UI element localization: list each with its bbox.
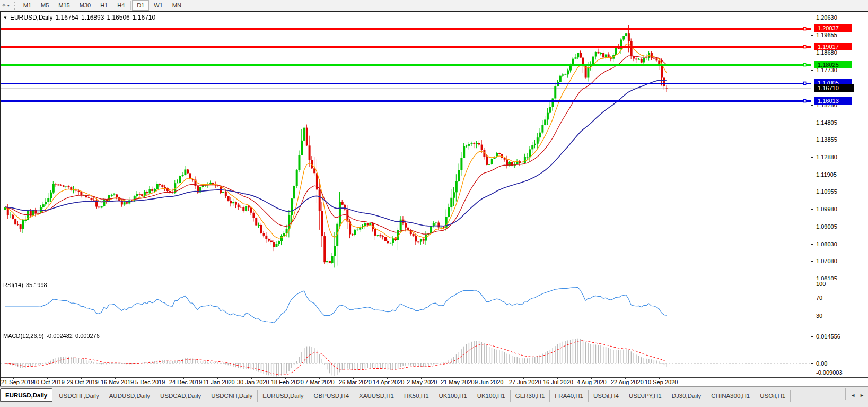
chart-tab-audusd-daily[interactable]: AUDUSD,Daily [104, 390, 155, 402]
cursor-tool-button[interactable]: ⌖ ▾ [0, 0, 12, 11]
price-axis-label: 1.10955 [816, 188, 837, 195]
chart-tab-xauusd-h1[interactable]: XAUUSD,H1 [354, 390, 399, 402]
macd-axis[interactable]: 0.0145560.00-0.009003 [811, 331, 868, 377]
price-axis-tick [811, 192, 813, 192]
chart-tab-usdchf-daily[interactable]: USDCHF,Daily [54, 390, 104, 402]
rsi-axis-tick [811, 284, 813, 284]
chart-tab-eurusd-daily[interactable]: EURUSD,Daily [258, 390, 309, 402]
chart-title: ▼ EURUSD,Daily 1.16754 1.16893 1.16506 1… [3, 14, 155, 21]
chart-context-icon[interactable]: ▼ [3, 15, 7, 20]
price-axis-label: 1.20630 [816, 14, 837, 21]
tabs-scroll-right-button[interactable]: ► [858, 392, 866, 399]
rsi-axis-tick [811, 298, 813, 298]
chart-tab-hk50-h1[interactable]: HK50,H1 [399, 390, 434, 402]
timeframe-button-h1[interactable]: H1 [95, 0, 112, 11]
date-axis-label: 21 Sep 2019 [1, 379, 34, 385]
price-axis-tick [811, 279, 813, 279]
timeframe-button-d1[interactable]: D1 [132, 0, 149, 11]
price-axis-label: 1.19655 [816, 32, 837, 38]
price-axis-tick [811, 123, 813, 123]
macd-axis-tick [811, 363, 813, 364]
rsi-value: 35.1998 [26, 282, 47, 288]
date-axis-label: 10 Sep 2020 [645, 379, 678, 385]
date-axis-label: 30 Jan 2020 [237, 379, 269, 385]
price-axis-tick [811, 18, 813, 18]
date-axis-label: 18 Feb 2020 [271, 379, 304, 385]
macd-name: MACD(12,26,9) [3, 333, 43, 339]
chart-tab-usdjpy-h1[interactable]: USDJPY,H1 [624, 390, 667, 402]
rsi-axis-label: 30 [816, 313, 822, 319]
chart-tab-usoil-h4[interactable]: USOil,H4 [589, 390, 624, 402]
rsi-axis-tick [811, 316, 813, 316]
chart-tab-usdcad-daily[interactable]: USDCAD,Daily [155, 390, 206, 402]
price-axis-label: 1.06105 [816, 275, 837, 280]
price-axis-label: 1.07080 [816, 258, 837, 264]
rsi-axis-label: 100 [816, 281, 826, 287]
timeframe-button-w1[interactable]: W1 [149, 0, 168, 11]
current-price-label: 1.16710 [814, 84, 854, 92]
timeframe-button-m5[interactable]: M5 [36, 0, 54, 11]
date-axis-label: 29 Oct 2019 [67, 379, 99, 385]
macd-axis-label: -0.009003 [816, 369, 843, 376]
price-plot-area[interactable]: ▼ EURUSD,Daily 1.16754 1.16893 1.16506 1… [1, 12, 811, 280]
rsi-name: RSI(14) [3, 282, 23, 288]
macd-plot-area[interactable]: MACD(12,26,9) -0.002482 0.000276 [1, 331, 811, 377]
price-axis-tick [811, 157, 813, 158]
chart-tab-uk100-h1[interactable]: UK100,H1 [472, 390, 511, 402]
date-axis-label: 7 Mar 2020 [305, 379, 335, 385]
chart-tab-usdcnh-daily[interactable]: USDCNH,Daily [206, 390, 258, 402]
chart-tab-bar: EURUSD,DailyUSDCHF,DailyAUDUSD,DailyUSDC… [0, 386, 868, 407]
toolbar-grip-handle[interactable] [14, 2, 15, 10]
timeframe-button-m15[interactable]: M15 [54, 0, 74, 11]
chart-tabs: EURUSD,DailyUSDCHF,DailyAUDUSD,DailyUSDC… [0, 388, 845, 402]
chart-tab-ger30-h1[interactable]: GER30,H1 [511, 390, 550, 402]
hline-price-label[interactable]: 1.16013 [814, 97, 852, 105]
date-axis[interactable]: 21 Sep 201910 Oct 201929 Oct 201916 Nov … [1, 378, 868, 387]
rsi-plot-area[interactable]: RSI(14) 35.1998 [1, 280, 811, 331]
price-axis-tick [811, 53, 813, 53]
timeframe-button-m1[interactable]: M1 [19, 0, 36, 11]
date-axis-label: 2 May 2020 [407, 379, 437, 385]
price-axis-tick [811, 209, 813, 210]
macd-panel: MACD(12,26,9) -0.002482 0.000276 0.01455… [1, 331, 868, 378]
rsi-axis[interactable]: 1007030 [811, 280, 868, 331]
timeframe-button-group: M1M5M15M30H1H4D1W1MN [19, 0, 186, 11]
top-toolbar: ⌖ ▾ M1M5M15M30H1H4D1W1MN [0, 0, 868, 11]
date-axis-label: 21 May 2020 [441, 379, 475, 385]
price-axis-label: 1.14805 [816, 119, 837, 126]
tabs-scroll-left-button[interactable]: ◄ [849, 392, 857, 399]
timeframe-button-m30[interactable]: M30 [75, 0, 95, 11]
ohlc-open: 1.16754 [56, 14, 78, 21]
rsi-axis-label: 70 [816, 295, 822, 301]
date-axis-label: 14 Apr 2020 [373, 379, 404, 385]
date-axis-label: 22 Aug 2020 [611, 379, 644, 385]
chart-tab-eurusd-daily[interactable]: EURUSD,Daily [0, 388, 52, 402]
chart-tab-dj30-daily[interactable]: DJ30,Daily [667, 390, 707, 402]
macd-label: MACD(12,26,9) -0.002482 0.000276 [3, 333, 100, 339]
macd-signal-value: 0.000276 [75, 333, 100, 339]
chart-tab-china300-h1[interactable]: CHINA300,H1 [706, 390, 755, 402]
hline-price-label[interactable]: 1.19017 [814, 43, 852, 50]
ohlc-low: 1.16506 [107, 14, 129, 21]
timeframe-button-h4[interactable]: H4 [112, 0, 129, 11]
price-axis-tick [811, 261, 813, 262]
cursor-tool-dropdown-icon[interactable]: ▾ [7, 3, 10, 8]
crosshair-cursor-icon: ⌖ [2, 2, 6, 9]
timeframe-button-mn[interactable]: MN [168, 0, 186, 11]
price-axis-label: 1.09005 [816, 223, 837, 230]
hline-price-label[interactable]: 1.18025 [814, 61, 852, 68]
price-axis-tick [811, 244, 813, 245]
chart-tab-usoil-h1[interactable]: USOil,H1 [755, 390, 791, 402]
price-chart-canvas[interactable] [1, 12, 811, 280]
macd-chart-canvas[interactable] [1, 331, 811, 377]
date-axis-label: 4 Aug 2020 [577, 379, 607, 385]
chart-tab-uk100-h1[interactable]: UK100,H1 [434, 390, 472, 402]
price-axis-tick [811, 35, 813, 36]
main-price-panel: ▼ EURUSD,Daily 1.16754 1.16893 1.16506 1… [1, 12, 868, 280]
price-axis[interactable]: 1.206301.196551.186801.177301.157801.148… [811, 12, 868, 280]
chart-tab-fra40-h1[interactable]: FRA40,H1 [550, 390, 589, 402]
chart-tab-gbpusd-h4[interactable]: GBPUSD,H4 [309, 390, 354, 402]
toolbar-separator [130, 1, 131, 10]
hline-price-label[interactable]: 1.20037 [814, 24, 852, 32]
rsi-chart-canvas[interactable] [1, 280, 811, 331]
